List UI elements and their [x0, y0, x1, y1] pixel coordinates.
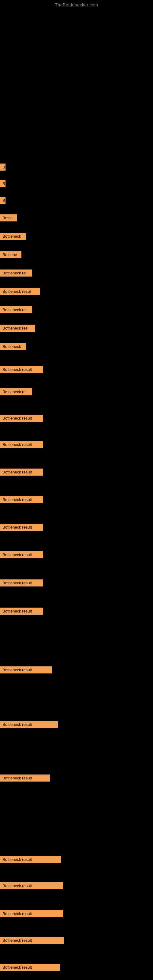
bottleneck-result-item: Bottleneck re [0, 306, 32, 313]
bottleneck-result-item: Bottleneck [0, 233, 26, 240]
bottleneck-result-item: Bottleneck result [0, 882, 63, 889]
bottleneck-result-item: Bottleneck re [0, 269, 32, 277]
bottleneck-result-item: Bottleneck result [0, 775, 50, 781]
bottleneck-result-item: Bottle [0, 215, 17, 221]
bottleneck-result-item: Bottlene [0, 251, 21, 258]
bottleneck-result-item: Bottleneck [0, 343, 26, 350]
bottleneck-result-item: Bottleneck result [0, 579, 43, 587]
bottleneck-result-item: Bottleneck result [0, 441, 43, 448]
bottleneck-result-item: B [0, 180, 5, 187]
bottleneck-result-item: Bottleneck result [0, 496, 43, 503]
bottleneck-result-item: Bottleneck result [0, 856, 61, 863]
bottleneck-result-item: Bottleneck res [0, 325, 35, 332]
bottleneck-result-item: Bottleneck result [0, 415, 43, 422]
bottleneck-result-item: Bottleneck result [0, 721, 58, 728]
bottleneck-result-item: Bottleneck result [0, 910, 63, 917]
bottleneck-result-item: Bottleneck result [0, 366, 43, 373]
site-title: TheBottlenecker.com [0, 0, 153, 7]
bottleneck-result-item: B [0, 197, 5, 204]
bottleneck-result-item: Bottleneck result [0, 667, 52, 673]
bottleneck-result-item: B [0, 164, 5, 170]
bottleneck-result-item: Bottleneck result [0, 551, 43, 558]
bottleneck-result-item: Bottleneck result [0, 469, 43, 476]
bottleneck-result-item: Bottleneck result [0, 608, 43, 615]
bottleneck-result-item: Bottleneck result [0, 937, 64, 944]
bottleneck-result-item: Bottleneck resul [0, 288, 40, 295]
bottleneck-result-item: Bottleneck result [0, 524, 43, 531]
bottleneck-result-item: Bottleneck result [0, 964, 60, 971]
bottleneck-result-item: Bottleneck re [0, 388, 32, 395]
